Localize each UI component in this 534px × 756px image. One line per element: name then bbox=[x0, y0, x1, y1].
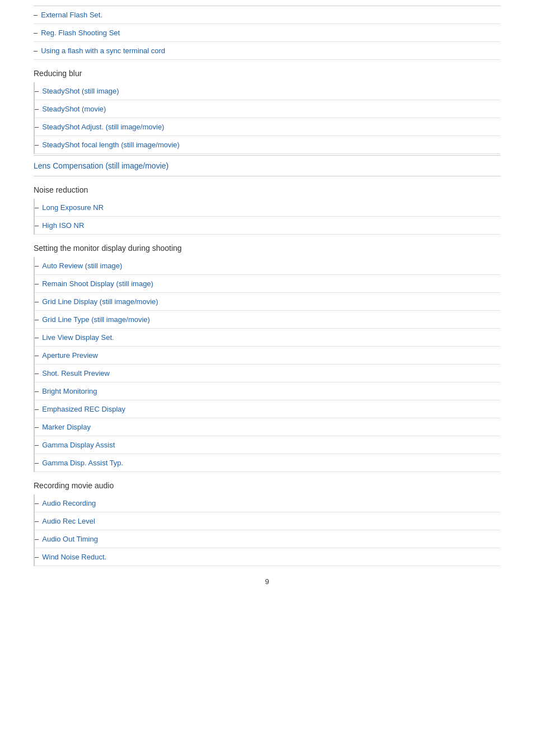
group-monitor-display: Setting the monitor display during shoot… bbox=[34, 236, 500, 472]
page-container: – External Flash Set. – Reg. Flash Shoot… bbox=[0, 0, 534, 756]
list-item: – Reg. Flash Shooting Set bbox=[34, 24, 500, 42]
dash-icon: – bbox=[35, 221, 39, 230]
section-header-reducing-blur: Reducing blur bbox=[34, 61, 500, 82]
subsection-recording-audio: – Audio Recording – Audio Rec Level – Au… bbox=[34, 494, 500, 566]
link-audio-out-timing[interactable]: Audio Out Timing bbox=[42, 535, 98, 543]
list-item: – SteadyShot Adjust. (still image/movie) bbox=[35, 118, 500, 136]
list-item: – Live View Display Set. bbox=[35, 329, 500, 347]
list-item: – SteadyShot (still image) bbox=[35, 82, 500, 100]
list-item: – Audio Recording bbox=[35, 494, 500, 512]
link-high-iso-nr[interactable]: High ISO NR bbox=[42, 221, 84, 230]
list-item: – Auto Review (still image) bbox=[35, 257, 500, 275]
dash-icon: – bbox=[35, 459, 39, 467]
link-bright-monitoring[interactable]: Bright Monitoring bbox=[42, 387, 97, 395]
list-item: – Bright Monitoring bbox=[35, 382, 500, 400]
link-emphasized-rec-display[interactable]: Emphasized REC Display bbox=[42, 405, 125, 413]
link-reg-flash[interactable]: Reg. Flash Shooting Set bbox=[41, 29, 120, 37]
dash-icon: – bbox=[35, 387, 39, 395]
dash-icon: – bbox=[35, 517, 39, 525]
link-marker-display[interactable]: Marker Display bbox=[42, 423, 91, 431]
list-item: – External Flash Set. bbox=[34, 6, 500, 24]
link-steadyshot-focal[interactable]: SteadyShot focal length (still image/mov… bbox=[42, 141, 180, 149]
link-shot-result-preview[interactable]: Shot. Result Preview bbox=[42, 369, 110, 377]
dash-icon: – bbox=[35, 499, 39, 507]
dash-icon: – bbox=[35, 297, 39, 306]
section-header-noise-reduction: Noise reduction bbox=[34, 178, 500, 199]
dash-icon: – bbox=[35, 203, 39, 212]
dash-icon: – bbox=[35, 315, 39, 324]
link-gamma-disp-assist-typ[interactable]: Gamma Disp. Assist Typ. bbox=[42, 459, 123, 467]
dash-icon: – bbox=[35, 441, 39, 449]
list-item: – Grid Line Display (still image/movie) bbox=[35, 293, 500, 311]
subsection-monitor-display: – Auto Review (still image) – Remain Sho… bbox=[34, 257, 500, 472]
link-external-flash[interactable]: External Flash Set. bbox=[41, 11, 102, 19]
list-item: – SteadyShot (movie) bbox=[35, 100, 500, 118]
list-item: – SteadyShot focal length (still image/m… bbox=[35, 136, 500, 154]
link-aperture-preview[interactable]: Aperture Preview bbox=[42, 351, 98, 360]
dash-icon: – bbox=[35, 553, 39, 561]
dash-icon: – bbox=[35, 405, 39, 413]
section-header-monitor-display: Setting the monitor display during shoot… bbox=[34, 236, 500, 257]
group-recording-audio: Recording movie audio – Audio Recording … bbox=[34, 473, 500, 566]
content-area: – External Flash Set. – Reg. Flash Shoot… bbox=[34, 6, 500, 566]
link-grid-line-display[interactable]: Grid Line Display (still image/movie) bbox=[42, 297, 158, 306]
link-remain-shoot-display[interactable]: Remain Shoot Display (still image) bbox=[42, 279, 153, 288]
group-noise-reduction: Noise reduction – Long Exposure NR – Hig… bbox=[34, 178, 500, 235]
dash-icon: – bbox=[35, 123, 39, 131]
link-grid-line-type[interactable]: Grid Line Type (still image/movie) bbox=[42, 315, 150, 324]
list-item: – Long Exposure NR bbox=[35, 199, 500, 217]
dash-icon: – bbox=[35, 262, 39, 270]
link-using-flash[interactable]: Using a flash with a sync terminal cord bbox=[41, 46, 165, 55]
dash-icon: – bbox=[34, 11, 38, 19]
dash-icon: – bbox=[35, 351, 39, 360]
list-item: – Grid Line Type (still image/movie) bbox=[35, 311, 500, 329]
link-auto-review[interactable]: Auto Review (still image) bbox=[42, 262, 122, 270]
list-item: – Aperture Preview bbox=[35, 347, 500, 365]
dash-icon: – bbox=[35, 423, 39, 431]
list-item: – Remain Shoot Display (still image) bbox=[35, 275, 500, 293]
link-steadyshot-movie[interactable]: SteadyShot (movie) bbox=[42, 105, 106, 113]
dash-icon: – bbox=[34, 29, 38, 37]
group-reducing-blur: Reducing blur – SteadyShot (still image)… bbox=[34, 61, 500, 154]
standalone-lens-compensation: Lens Compensation (still image/movie) bbox=[34, 155, 500, 176]
list-item: – Using a flash with a sync terminal cor… bbox=[34, 42, 500, 60]
dash-icon: – bbox=[35, 87, 39, 95]
link-audio-recording[interactable]: Audio Recording bbox=[42, 499, 96, 507]
subsection-noise-reduction: – Long Exposure NR – High ISO NR bbox=[34, 199, 500, 235]
dash-icon: – bbox=[35, 369, 39, 377]
link-live-view-display[interactable]: Live View Display Set. bbox=[42, 333, 114, 342]
dash-icon: – bbox=[35, 105, 39, 113]
link-gamma-display-assist[interactable]: Gamma Display Assist bbox=[42, 441, 115, 449]
list-item: – Audio Rec Level bbox=[35, 512, 500, 530]
list-item: – Audio Out Timing bbox=[35, 530, 500, 548]
list-item: – Gamma Display Assist bbox=[35, 436, 500, 454]
link-lens-compensation[interactable]: Lens Compensation (still image/movie) bbox=[34, 155, 500, 176]
link-steadyshot-adjust[interactable]: SteadyShot Adjust. (still image/movie) bbox=[42, 123, 164, 131]
link-long-exposure-nr[interactable]: Long Exposure NR bbox=[42, 203, 104, 212]
list-item: – Emphasized REC Display bbox=[35, 400, 500, 418]
list-item: – High ISO NR bbox=[35, 217, 500, 235]
link-wind-noise-reduct[interactable]: Wind Noise Reduct. bbox=[42, 553, 106, 561]
dash-icon: – bbox=[35, 333, 39, 342]
dash-icon: – bbox=[34, 46, 38, 55]
link-steadyshot-still[interactable]: SteadyShot (still image) bbox=[42, 87, 119, 95]
list-item: – Gamma Disp. Assist Typ. bbox=[35, 454, 500, 472]
subsection-reducing-blur: – SteadyShot (still image) – SteadyShot … bbox=[34, 82, 500, 154]
list-item: – Marker Display bbox=[35, 418, 500, 436]
dash-icon: – bbox=[35, 141, 39, 149]
group-flash-links: – External Flash Set. – Reg. Flash Shoot… bbox=[34, 6, 500, 60]
dash-icon: – bbox=[35, 279, 39, 288]
page-number: 9 bbox=[0, 566, 534, 591]
link-audio-rec-level[interactable]: Audio Rec Level bbox=[42, 517, 95, 525]
dash-icon: – bbox=[35, 535, 39, 543]
list-item: – Shot. Result Preview bbox=[35, 365, 500, 382]
section-header-recording-audio: Recording movie audio bbox=[34, 473, 500, 494]
list-item: – Wind Noise Reduct. bbox=[35, 548, 500, 566]
